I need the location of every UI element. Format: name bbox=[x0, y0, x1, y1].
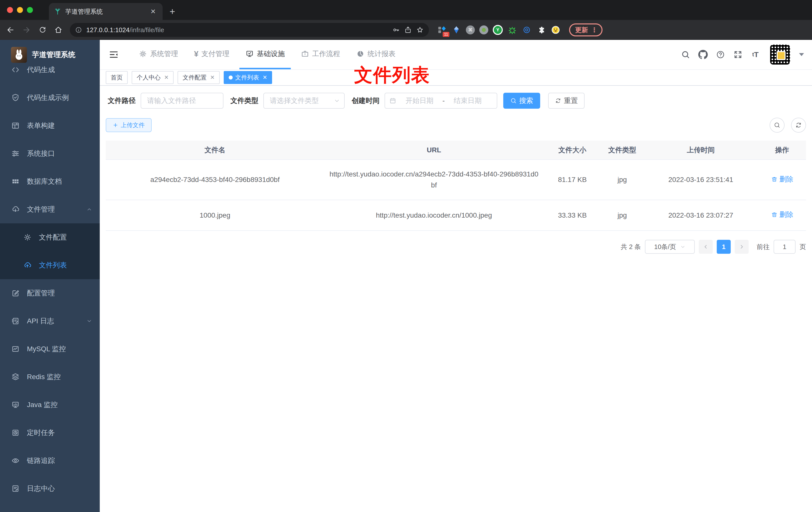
chevron-down-icon bbox=[86, 318, 93, 325]
url-text[interactable]: 127.0.0.1:1024/infra/file/file bbox=[86, 26, 388, 34]
pagination: 共 2 条 10条/页 1 前往 页 bbox=[106, 240, 806, 254]
sidebar-item-file-config[interactable]: 文件配置 bbox=[0, 223, 100, 251]
avatar-caret-icon[interactable] bbox=[799, 53, 804, 56]
favicon-plant-icon bbox=[54, 8, 61, 15]
refresh-table-button[interactable] bbox=[791, 118, 806, 132]
search-button[interactable]: 搜索 bbox=[503, 93, 540, 109]
fullscreen-icon[interactable] bbox=[733, 50, 743, 59]
browser-tab[interactable]: 芋道管理系统 ✕ bbox=[49, 3, 163, 20]
end-date-input[interactable] bbox=[447, 93, 489, 108]
sidebar-item-code-gen[interactable]: 代码生成 bbox=[0, 56, 100, 84]
sidebar-item-api-log[interactable]: API 日志 bbox=[0, 307, 100, 335]
traffic-lights[interactable] bbox=[0, 0, 40, 20]
goto-page-input[interactable] bbox=[774, 240, 795, 254]
home-button[interactable] bbox=[52, 24, 65, 36]
filter-type-label: 文件类型 bbox=[230, 96, 258, 106]
page-size-select[interactable]: 10条/页 bbox=[645, 240, 695, 254]
reload-button[interactable] bbox=[36, 24, 49, 36]
sidebar-item-form-builder[interactable]: 表单构建 bbox=[0, 112, 100, 140]
sidebar-menu: 代码生成 代码生成示例 表单构建 系统接口 数据库文档 bbox=[0, 47, 100, 512]
maximize-window-button[interactable] bbox=[27, 7, 33, 13]
sidebar-item-trace[interactable]: 链路追踪 bbox=[0, 447, 100, 475]
top-menu-workflow[interactable]: 工作流程 bbox=[295, 40, 346, 69]
tag-file-config[interactable]: 文件配置✕ bbox=[178, 71, 220, 84]
browser-menu-icon[interactable]: ⋮ bbox=[591, 26, 598, 34]
toggle-search-button[interactable] bbox=[770, 118, 785, 132]
extension-star-icon[interactable] bbox=[507, 25, 517, 35]
upload-file-button[interactable]: 上传文件 bbox=[106, 118, 152, 132]
help-icon[interactable] bbox=[716, 50, 725, 59]
site-info-icon[interactable] bbox=[75, 26, 82, 34]
trash-icon bbox=[771, 176, 778, 183]
delete-button[interactable]: 删除 bbox=[771, 209, 793, 220]
address-bar[interactable]: 127.0.0.1:1024/infra/file/file bbox=[70, 23, 429, 37]
back-button[interactable] bbox=[4, 24, 17, 36]
filter-path-label: 文件路径 bbox=[108, 96, 136, 106]
minimize-window-button[interactable] bbox=[17, 7, 23, 13]
eye-icon bbox=[11, 456, 20, 465]
tag-close-icon[interactable]: ✕ bbox=[164, 74, 169, 81]
file-type-select[interactable]: 请选择文件类型 bbox=[263, 93, 345, 109]
extension-kite-icon[interactable] bbox=[452, 25, 461, 35]
password-key-icon[interactable] bbox=[392, 26, 400, 34]
close-tab-icon[interactable]: ✕ bbox=[149, 7, 157, 16]
green-dot bbox=[482, 28, 486, 32]
file-table: 文件名 URL 文件大小 文件类型 上传时间 操作 a294ecb2-73dd-… bbox=[106, 141, 806, 231]
sidebar-item-file-list[interactable]: 文件列表 bbox=[0, 251, 100, 279]
share-icon[interactable] bbox=[404, 26, 412, 34]
top-menu-system[interactable]: 系统管理 bbox=[133, 40, 184, 69]
extensions-puzzle-icon[interactable] bbox=[536, 25, 546, 35]
extension-y-icon[interactable]: Y bbox=[493, 25, 503, 35]
cell-size: 33.33 KB bbox=[544, 200, 601, 231]
sidebar-item-system-api[interactable]: 系统接口 bbox=[0, 140, 100, 168]
browser-update-button[interactable]: 更新 ⋮ bbox=[569, 24, 603, 36]
extension-eye-icon[interactable] bbox=[522, 25, 532, 35]
sidebar-fold-icon[interactable] bbox=[104, 40, 124, 69]
search-icon bbox=[510, 97, 517, 104]
file-path-input[interactable] bbox=[141, 93, 223, 108]
extension-grid-icon[interactable]: 11 bbox=[437, 25, 447, 35]
new-tab-button[interactable]: + bbox=[163, 6, 182, 20]
start-date-input[interactable] bbox=[399, 93, 440, 108]
sidebar-item-log-center[interactable]: 日志中心 bbox=[0, 475, 100, 503]
github-icon[interactable] bbox=[698, 50, 708, 59]
tag-close-icon[interactable]: ✕ bbox=[263, 74, 267, 81]
reset-button[interactable]: 重置 bbox=[548, 93, 585, 109]
cell-url: http://test.yudao.iocoder.cn/a294ecb2-73… bbox=[324, 159, 544, 200]
sidebar-item-code-gen-demo[interactable]: 代码生成示例 bbox=[0, 84, 100, 112]
plus-icon bbox=[113, 122, 118, 128]
next-page-button[interactable] bbox=[735, 240, 749, 254]
date-range-picker[interactable]: - bbox=[384, 93, 497, 109]
tag-close-icon[interactable]: ✕ bbox=[210, 74, 214, 81]
search-icon[interactable] bbox=[681, 50, 690, 59]
profile-emoji-icon[interactable] bbox=[551, 25, 561, 35]
page-number-current[interactable]: 1 bbox=[717, 240, 731, 254]
sidebar-item-scheduled-task[interactable]: 定时任务 bbox=[0, 419, 100, 447]
sidebar-item-config-manage[interactable]: 配置管理 bbox=[0, 279, 100, 307]
bookmark-star-icon[interactable] bbox=[416, 26, 424, 34]
tag-profile[interactable]: 个人中心✕ bbox=[132, 71, 174, 84]
top-menu-infra[interactable]: 基础设施 bbox=[239, 40, 291, 69]
delete-label: 删除 bbox=[779, 174, 793, 185]
prev-page-button[interactable] bbox=[699, 240, 713, 254]
top-menu-pay[interactable]: ¥ 支付管理 bbox=[188, 40, 235, 69]
forward-button[interactable] bbox=[20, 24, 33, 36]
sidebar-item-db-doc[interactable]: 数据库文档 bbox=[0, 168, 100, 195]
extension-dot-icon[interactable] bbox=[479, 25, 488, 34]
user-avatar-qr[interactable] bbox=[770, 44, 790, 65]
table-right-tools bbox=[770, 118, 806, 132]
font-size-icon[interactable]: tT bbox=[751, 50, 760, 59]
reset-label: 重置 bbox=[564, 96, 578, 106]
sidebar-item-mysql-monitor[interactable]: MySQL 监控 bbox=[0, 335, 100, 363]
extension-cmd-icon[interactable]: ⌘ bbox=[466, 25, 475, 34]
extensions-area: 11 ⌘ Y 更新 ⋮ bbox=[437, 24, 603, 36]
tag-file-list[interactable]: 文件列表✕ bbox=[224, 71, 272, 84]
cmd-glyph: ⌘ bbox=[468, 27, 472, 33]
tag-home[interactable]: 首页 bbox=[106, 71, 128, 84]
sidebar-item-file-manage[interactable]: 文件管理 bbox=[0, 195, 100, 223]
close-window-button[interactable] bbox=[7, 7, 13, 13]
sidebar-item-java-monitor[interactable]: Java 监控 bbox=[0, 391, 100, 419]
shield-check-icon bbox=[11, 93, 20, 102]
sidebar-item-redis-monitor[interactable]: Redis 监控 bbox=[0, 363, 100, 391]
delete-button[interactable]: 删除 bbox=[771, 174, 793, 185]
